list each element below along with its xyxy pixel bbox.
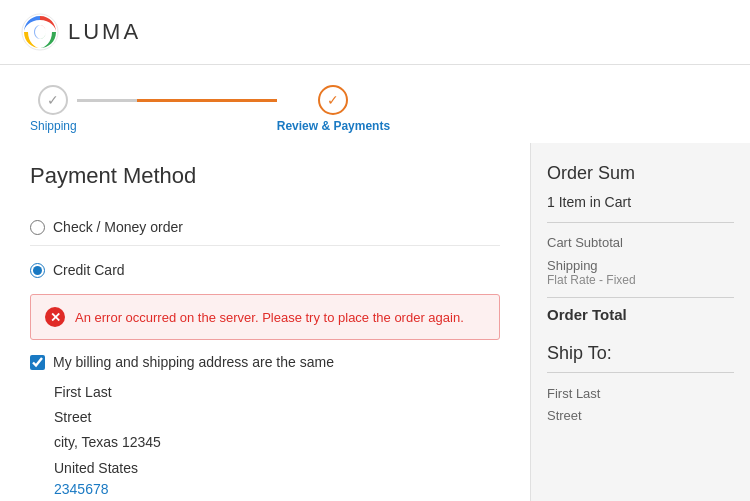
error-alert: ✕ An error occurred on the server. Pleas… — [30, 294, 500, 340]
payment-option-check[interactable]: Check / Money order — [30, 209, 500, 246]
order-total-row: Order Total — [547, 297, 734, 323]
cart-subtotal-label: Cart Subtotal — [547, 235, 623, 250]
payment-option-creditcard: Credit Card ✕ An error occurred on the s… — [30, 246, 500, 501]
svg-point-1 — [31, 23, 49, 41]
billing-same-checkbox[interactable] — [30, 355, 45, 370]
creditcard-header: Credit Card — [30, 256, 500, 284]
step1-label[interactable]: Shipping — [30, 119, 77, 133]
step2-circle: ✓ — [318, 85, 348, 115]
address-city: city, Texas 12345 — [54, 430, 500, 455]
address-country: United States — [54, 456, 500, 481]
billing-same-label[interactable]: My billing and shipping address are the … — [53, 354, 334, 370]
billing-same-row[interactable]: My billing and shipping address are the … — [30, 354, 500, 370]
shipping-label: Shipping — [547, 258, 636, 273]
order-summary-title: Order Sum — [547, 163, 734, 184]
cart-subtotal-row: Cart Subtotal — [547, 235, 734, 250]
items-in-cart: 1 Item in Cart — [547, 194, 734, 223]
step-line-left — [77, 99, 137, 102]
step-review: ✓ Review & Payments — [277, 85, 390, 133]
payment-section-title: Payment Method — [30, 163, 500, 189]
step-shipping: ✓ Shipping — [30, 85, 77, 133]
main-layout: Payment Method Check / Money order Credi… — [0, 143, 750, 501]
ship-address: First Last Street — [547, 383, 734, 427]
ship-to-section: Ship To: First Last Street — [547, 343, 734, 427]
step1-circle: ✓ — [38, 85, 68, 115]
step-line-right — [137, 99, 277, 102]
address-street: Street — [54, 405, 500, 430]
progress-steps: ✓ Shipping ✓ Review & Payments — [0, 65, 750, 143]
address-name: First Last — [54, 380, 500, 405]
sidebar: Order Sum 1 Item in Cart Cart Subtotal S… — [530, 143, 750, 501]
credit-label[interactable]: Credit Card — [53, 262, 125, 278]
address-block: First Last Street city, Texas 12345 Unit… — [30, 380, 500, 497]
shipping-row: Shipping Flat Rate - Fixed — [547, 258, 734, 287]
error-icon: ✕ — [45, 307, 65, 327]
ship-street: Street — [547, 405, 734, 427]
radio-credit[interactable] — [30, 263, 45, 278]
header: LUMA — [0, 0, 750, 65]
logo-text: LUMA — [68, 19, 141, 45]
shipping-sublabel: Flat Rate - Fixed — [547, 273, 636, 287]
address-phone[interactable]: 2345678 — [54, 481, 109, 497]
logo-area: LUMA — [20, 12, 141, 52]
shipping-info: Shipping Flat Rate - Fixed — [547, 258, 636, 287]
main-content: Payment Method Check / Money order Credi… — [0, 143, 530, 501]
step2-label: Review & Payments — [277, 119, 390, 133]
radio-check[interactable] — [30, 220, 45, 235]
ship-to-title: Ship To: — [547, 343, 734, 373]
ship-name: First Last — [547, 383, 734, 405]
error-text: An error occurred on the server. Please … — [75, 310, 464, 325]
check-label[interactable]: Check / Money order — [53, 219, 183, 235]
luma-logo-icon — [20, 12, 60, 52]
order-total-label: Order Total — [547, 306, 627, 323]
